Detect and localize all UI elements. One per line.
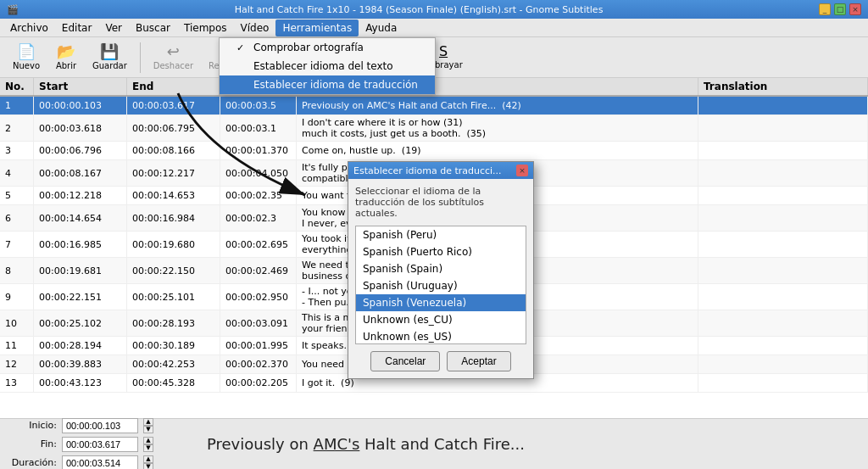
cell-end: 00:00:06.795 (127, 115, 220, 141)
cell-translation (698, 97, 868, 114)
cell-duration: 00:00:02.3 (220, 205, 297, 231)
language-listbox[interactable]: Spanish (Peru)Spanish (Puerto Rico)Spani… (355, 226, 526, 344)
new-icon: 📄 (17, 44, 36, 59)
menu-video[interactable]: Vídeo (234, 20, 276, 36)
inicio-row: Inicio: ▲ ▼ (10, 418, 180, 433)
menu-archivo[interactable]: Archivo (3, 20, 55, 36)
language-item[interactable]: Spanish (Puerto Rico) (356, 243, 526, 260)
cell-translation (698, 355, 868, 373)
cell-end: 00:00:25.101 (127, 284, 220, 310)
menu-set-text-language[interactable]: Establecer idioma del texto (220, 57, 435, 75)
cell-text: Come on, hustle up. (19) (297, 142, 698, 159)
cell-start: 00:00:00.103 (34, 97, 127, 114)
col-end: End (127, 78, 220, 95)
save-label: Guardar (92, 61, 127, 70)
dialog-description: Seleccionar el idioma de la traducción d… (355, 186, 526, 219)
fin-spin-up[interactable]: ▲ (143, 437, 153, 444)
accept-button[interactable]: Aceptar (447, 351, 510, 371)
underline-icon: S (439, 45, 448, 59)
menu-bar: Archivo Editar Ver Buscar Tiempos Vídeo … (0, 19, 868, 37)
inicio-input[interactable] (62, 418, 138, 433)
cell-translation (698, 284, 868, 310)
preview-text: Previously on AMC's Halt and Catch Fire.… (193, 435, 858, 453)
cell-duration: 00:00:03.5 (220, 97, 297, 114)
inicio-spin-down[interactable]: ▼ (143, 426, 153, 433)
title-bar: 🎬 Halt and Catch Fire 1x10 - 1984 (Seaso… (0, 0, 868, 19)
undo-button[interactable]: ↩ Deshacer (147, 41, 199, 75)
cell-translation (698, 232, 868, 257)
cell-duration: 00:00:01.995 (220, 337, 297, 355)
language-dialog[interactable]: Establecer idioma de traducci... × Selec… (348, 161, 534, 379)
close-button[interactable]: × (849, 3, 861, 15)
fin-label: Fin: (10, 438, 57, 449)
cell-no: 10 (0, 310, 34, 336)
cell-no: 5 (0, 187, 34, 204)
cell-end: 00:00:16.984 (127, 205, 220, 231)
duracion-label: Duración: (10, 457, 57, 468)
cell-translation (698, 258, 868, 283)
cell-duration: 00:00:02.205 (220, 374, 297, 392)
open-button[interactable]: 📂 Abrir (49, 41, 83, 75)
menu-ayuda[interactable]: Ayuda (359, 20, 403, 36)
duracion-input[interactable] (62, 455, 138, 470)
menu-buscar[interactable]: Buscar (129, 20, 177, 36)
cell-translation (698, 205, 868, 231)
cell-translation (698, 160, 868, 186)
language-item[interactable]: Spanish (Venezuela) (356, 294, 526, 311)
cell-translation (698, 337, 868, 355)
cell-translation (698, 187, 868, 204)
fin-spin-down[interactable]: ▼ (143, 444, 153, 452)
cell-end: 00:00:28.193 (127, 310, 220, 336)
inicio-spin-up[interactable]: ▲ (143, 418, 153, 426)
cell-end: 00:00:45.328 (127, 374, 220, 392)
menu-item-label-2: Establecer idioma de traducción (253, 79, 418, 91)
table-row[interactable]: 2 00:00:03.618 00:00:06.795 00:00:03.1 I… (0, 115, 868, 142)
cell-no: 9 (0, 284, 34, 310)
menu-ver[interactable]: Ver (98, 20, 129, 36)
cell-start: 00:00:39.883 (34, 355, 127, 373)
cell-no: 2 (0, 115, 34, 141)
menu-editar[interactable]: Editar (55, 20, 99, 36)
cell-end: 00:00:12.217 (127, 160, 220, 186)
table-row[interactable]: 3 00:00:06.796 00:00:08.166 00:00:01.370… (0, 142, 868, 160)
undo-label: Deshacer (153, 61, 193, 70)
cell-duration: 00:00:02.695 (220, 232, 297, 257)
dropdown-menu[interactable]: ✓ Comprobar ortografía Establecer idioma… (219, 37, 436, 95)
cell-start: 00:00:43.123 (34, 374, 127, 392)
save-button[interactable]: 💾 Guardar (86, 41, 133, 75)
menu-herramientas[interactable]: Herramientas (275, 20, 359, 36)
dialog-close-button[interactable]: × (516, 165, 528, 176)
menu-check-spelling[interactable]: ✓ Comprobar ortografía (220, 38, 435, 57)
menu-set-translation-language[interactable]: Establecer idioma de traducción (220, 75, 435, 94)
cell-end: 00:00:22.150 (127, 258, 220, 283)
cell-duration: 00:00:02.469 (220, 258, 297, 283)
language-item[interactable]: Unknown (es_CU) (356, 311, 526, 328)
menu-tiempos[interactable]: Tiempos (177, 20, 234, 36)
new-button[interactable]: 📄 Nuevo (7, 41, 46, 75)
language-item[interactable]: Unknown (es_US) (356, 328, 526, 344)
minimize-button[interactable]: _ (819, 3, 831, 15)
maximize-button[interactable]: □ (834, 3, 846, 15)
cell-start: 00:00:25.102 (34, 310, 127, 336)
fin-input[interactable] (62, 437, 138, 452)
cell-translation (698, 374, 868, 392)
duracion-spin-down[interactable]: ▼ (143, 463, 153, 470)
menu-item-label-0: Comprobar ortografía (253, 42, 364, 53)
language-item[interactable]: Spanish (Peru) (356, 226, 526, 243)
inicio-spin[interactable]: ▲ ▼ (143, 418, 153, 433)
save-icon: 💾 (100, 44, 119, 59)
dialog-body: Seleccionar el idioma de la traducción d… (348, 179, 533, 378)
language-item[interactable]: Spanish (Uruguay) (356, 277, 526, 294)
table-row[interactable]: 1 00:00:00.103 00:00:03.617 00:00:03.5 P… (0, 97, 868, 115)
duracion-spin[interactable]: ▲ ▼ (143, 455, 153, 470)
fin-spin[interactable]: ▲ ▼ (143, 437, 153, 452)
cell-end: 00:00:08.166 (127, 142, 220, 159)
cell-start: 00:00:03.618 (34, 115, 127, 141)
cell-text: Previously on AMC's Halt and Catch Fire.… (297, 97, 698, 114)
language-item[interactable]: Spanish (Spain) (356, 260, 526, 277)
duracion-spin-up[interactable]: ▲ (143, 455, 153, 463)
cell-no: 12 (0, 355, 34, 373)
cancel-button[interactable]: Cancelar (370, 351, 440, 371)
cell-end: 00:00:14.653 (127, 187, 220, 204)
menu-item-label-1: Establecer idioma del texto (253, 60, 393, 72)
